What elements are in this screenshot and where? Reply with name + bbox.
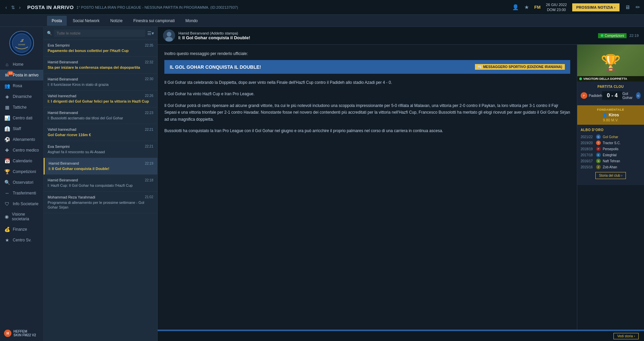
msg-sender: Eva Semprini [48,145,69,149]
prossima-notizia-button[interactable]: PROSSIMA NOTIZIA › [572,3,620,11]
sidebar-item-competizioni[interactable]: 🏆 Competizioni [0,166,43,177]
msg-time: 22:30 [145,77,153,81]
osservatori-icon: 🔍 [4,180,10,185]
person-icon[interactable]: 👤 [512,4,519,10]
albo-team: Tractor S.C. [603,141,621,145]
vedi-storia-button[interactable]: Vedi storia › [613,333,639,339]
green-dot [601,34,603,37]
search-icon: 🔍 [47,31,52,36]
sidebar-item-centro-medico[interactable]: ✚ Centro medico [0,145,43,156]
sidebar-item-visione[interactable]: ◉ Visione societaria [0,209,43,224]
msg-sender: Eva Semprini [48,43,69,47]
sidebar-item-info-societarie[interactable]: 🛡 Info Societarie [0,198,43,209]
storia-club-button[interactable]: Storia del club › [595,172,626,179]
fondamentale-section: FONDAMENTALE 👤 Kiros 9.80 M.V. [577,105,644,125]
sidebar-item-centro-dati[interactable]: 📊 Centro dati [0,113,43,123]
rosa-icon: 👥 [4,83,10,89]
tab-social[interactable]: Social Network [68,16,104,26]
sidebar-item-tattiche[interactable]: ▦ Tattiche [0,102,43,113]
sidebar-item-home[interactable]: ⌂ Home [0,59,43,70]
sidebar-item-osservatori[interactable]: 🔍 Osservatori [0,177,43,188]
nav-arrows[interactable]: ‹ ⇅ › [4,4,22,11]
list-item[interactable]: Hamid Beiranvand 22:32 Sta per iniziare … [44,57,157,73]
sidebar-item-finanze[interactable]: 💰 Finanze [0,224,43,235]
sender-avatar [163,30,175,42]
sidebar-item-calendario[interactable]: 📅 Calendario [0,156,43,166]
search-input[interactable] [54,30,145,37]
body-para-4: Bussolotti ha conquistato la Iran Pro Le… [164,127,570,134]
list-item[interactable]: Hamid Beiranvand 22:19 I: Il Gol Gohar c… [44,158,157,175]
message-list: 🔍 ☰▾ Eva Semprini 22:35 Pagamento dei bo… [44,27,158,341]
sidebar-label-osservatori: Osservatori [13,180,33,185]
monitor-icon[interactable]: 🖥 [625,4,630,10]
pencil-icon[interactable]: ✏ [636,4,640,10]
list-item[interactable]: Vahid Irannezhad 22:26 I: I dirigenti de… [44,91,157,107]
sender-info: Hamid Beiranvand (Addetto stampa) I: Il … [178,31,595,40]
msg-time: 22:19 [145,162,153,165]
message-text: Inoltro questo messaggio per renderlo uf… [158,45,577,330]
albo-team: Naft Tehran [603,159,620,163]
allenamento-icon: ⚽ [4,137,10,142]
body-para-1: Il Gol Gohar sta celebrando la Doppietta… [164,79,570,86]
msg-subject: I: I dirigenti del Gol Gohar felici per … [48,99,153,104]
body-text: Il Gol Gohar sta celebrando la Doppietta… [164,79,570,134]
fm-logo: FM [534,5,541,10]
albo-badge: T [596,140,601,145]
right-icons: 👤 ★ FM 26 GIU 2022 DOM 23:00 PROSSIMA NO… [512,2,640,12]
sidebar-label-centro-sv: Centro Sv. [13,238,32,242]
centro-medico-icon: ✚ [4,148,10,153]
svg-text:GOHAR: GOHAR [18,44,25,46]
sidebar: گل GOHAR ⌂ Home ✉ 10 Posta in arrivo 👥 R… [0,27,44,341]
albo-team: Zob Ahan [603,165,617,169]
msg-time: 22:32 [145,60,153,64]
list-item[interactable]: Eva Semprini 22:35 Pagamento dei bonus c… [44,40,157,57]
list-item[interactable]: Vahid Irannezhad 22:21 Gol Gohar riceve … [44,124,157,141]
albo-row: 2019/20 T Tractor S.C. [581,140,641,145]
msg-time: 22:35 [145,44,153,47]
star-icon[interactable]: ★ [524,4,529,10]
msg-subject: I: Hazfi Cup: Il Gol Gohar ha conquistat… [48,183,153,188]
detail-header-right: Competizioni 22:19 [598,33,639,38]
msg-subject: Sta per iniziare la conferenza stampa de… [48,65,153,70]
club-logo: گل GOHAR [8,30,35,56]
tab-finestra[interactable]: Finestra sui campionati [128,16,179,26]
sidebar-item-dinamiche[interactable]: ◈ Dinamiche [0,91,43,102]
match-score: 0 - 4 [602,91,622,100]
sidebar-item-staff[interactable]: 👔 Staff [0,123,43,134]
svg-text:گل: گل [20,39,24,42]
tab-notizie[interactable]: Notizie [106,16,127,26]
albo-doro-title: ALBO D'ORO [581,128,641,132]
sidebar-item-centro-sv[interactable]: ★ Centro Sv. [0,235,43,245]
list-item[interactable]: Hamid Beiranvand 22:23 I: Bussolotti acc… [44,107,157,124]
sidebar-label-centro-dati: Centro dati [13,116,33,120]
sidebar-item-allenamento[interactable]: ⚽ Allenamento [0,134,43,145]
back-arrow[interactable]: ‹ [4,4,8,11]
list-item[interactable]: Hamid Beiranvand 22:30 I: Il fuoriclasse… [44,74,157,91]
sidebar-label-centro-medico: Centro medico [13,148,39,153]
albo-year: 2019/20 [581,141,594,145]
centro-dati-icon: 📊 [4,115,10,121]
list-item[interactable]: Eva Semprini 22:21 Asghari fa il resocon… [44,141,157,158]
tab-posta[interactable]: Posta [47,16,67,26]
home-team-icon: P [581,92,587,99]
sidebar-label-home: Home [13,62,23,67]
forward-arrow[interactable]: › [18,4,22,11]
title-section: POSTA IN ARRIVO 1° POSTO NELLA IRAN PRO … [27,4,506,10]
list-item[interactable]: Hamid Beiranvand 22:18 I: Hazfi Cup: Il … [44,175,157,191]
list-item[interactable]: Mohammad Reza Yarahmadi 21:02 Programma … [44,192,157,214]
filter-button[interactable]: ☰▾ [147,31,154,36]
msg-subject: Pagamento dei bonus collettivi per l'Haz… [48,48,153,53]
sidebar-item-rosa[interactable]: 👥 Rosa [0,80,43,91]
albo-team: Esteghlal [603,153,616,157]
sidebar-item-trasferimenti[interactable]: ↔ Trasferimenti [0,188,43,198]
up-down-arrow[interactable]: ⇅ [10,4,16,11]
albo-row: 2016/17 N Naft Tehran [581,159,641,163]
msg-sender: Hamid Beiranvand [48,77,78,81]
albo-badge: Z [596,165,601,169]
sidebar-label-finanze: Finanze [13,227,27,232]
tab-mondo[interactable]: Mondo [181,16,203,26]
trophy-image: 🏆 VINCITORI DELLA DOPPIETTA [577,45,644,81]
sidebar-item-posta[interactable]: ✉ 10 Posta in arrivo [0,70,43,80]
search-bar: 🔍 ☰▾ [44,27,157,40]
sender-name: Hamid Beiranvand (Addetto stampa) [178,31,595,35]
